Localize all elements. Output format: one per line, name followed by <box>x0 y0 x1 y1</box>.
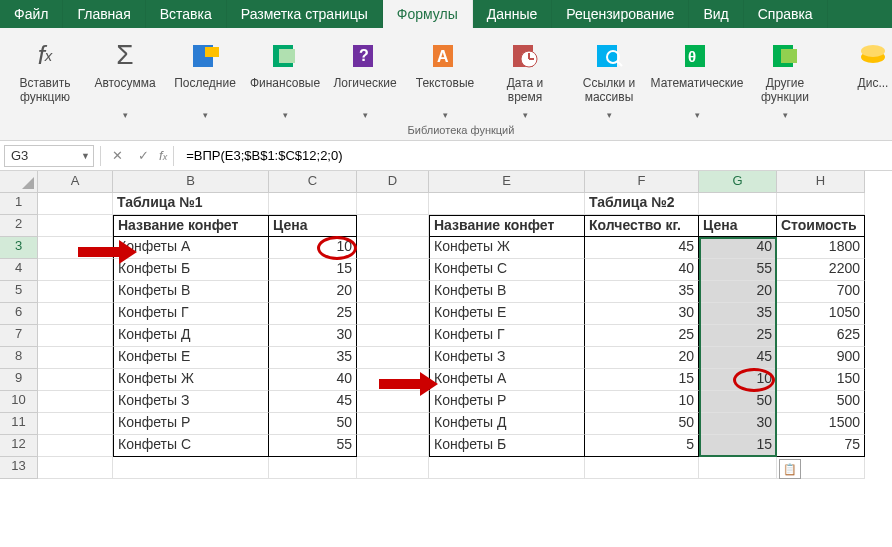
enter-formula-icon[interactable]: ✓ <box>133 148 153 163</box>
cell-E9[interactable]: Конфеты А <box>429 369 585 391</box>
paste-options-button[interactable]: 📋 <box>779 459 801 479</box>
cell-E1[interactable] <box>429 193 585 215</box>
cell-H1[interactable] <box>777 193 865 215</box>
cell-B8[interactable]: Конфеты Е <box>113 347 269 369</box>
cell-C12[interactable]: 55 <box>269 435 357 457</box>
cell-C9[interactable]: 40 <box>269 369 357 391</box>
cell-H10[interactable]: 500 <box>777 391 865 413</box>
select-all-corner[interactable] <box>0 171 38 193</box>
cell-G10[interactable]: 50 <box>699 391 777 413</box>
cell-B3[interactable]: Конфеты А <box>113 237 269 259</box>
tab-home[interactable]: Главная <box>63 0 145 28</box>
cell-A13[interactable] <box>38 457 113 479</box>
ribbon-insert-function-button[interactable]: fxВставитьфункцию <box>6 32 84 122</box>
cell-F10[interactable]: 10 <box>585 391 699 413</box>
cell-C8[interactable]: 35 <box>269 347 357 369</box>
cell-A1[interactable] <box>38 193 113 215</box>
name-box[interactable]: G3 ▼ <box>4 145 94 167</box>
cell-G11[interactable]: 30 <box>699 413 777 435</box>
cell-B13[interactable] <box>113 457 269 479</box>
cell-F7[interactable]: 25 <box>585 325 699 347</box>
cell-A3[interactable] <box>38 237 113 259</box>
column-header-A[interactable]: A <box>38 171 113 193</box>
cell-H4[interactable]: 2200 <box>777 259 865 281</box>
cell-F8[interactable]: 20 <box>585 347 699 369</box>
cell-E8[interactable]: Конфеты З <box>429 347 585 369</box>
cell-D4[interactable] <box>357 259 429 281</box>
cell-H12[interactable]: 75 <box>777 435 865 457</box>
cell-B2[interactable]: Название конфет <box>113 215 269 237</box>
column-header-B[interactable]: B <box>113 171 269 193</box>
cell-A5[interactable] <box>38 281 113 303</box>
cell-D1[interactable] <box>357 193 429 215</box>
ribbon-financial-button[interactable]: Финансовые▾ <box>246 32 324 122</box>
cell-A7[interactable] <box>38 325 113 347</box>
cell-C2[interactable]: Цена <box>269 215 357 237</box>
ribbon-lookup-button[interactable]: Ссылки имассивы▾ <box>566 32 652 122</box>
cell-G9[interactable]: 10 <box>699 369 777 391</box>
cell-G7[interactable]: 25 <box>699 325 777 347</box>
cell-D3[interactable] <box>357 237 429 259</box>
cell-G8[interactable]: 45 <box>699 347 777 369</box>
cell-A4[interactable] <box>38 259 113 281</box>
row-header-1[interactable]: 1 <box>0 193 38 215</box>
cell-G12[interactable]: 15 <box>699 435 777 457</box>
tab-insert[interactable]: Вставка <box>146 0 227 28</box>
cancel-formula-icon[interactable]: ✕ <box>107 148 127 163</box>
cell-C13[interactable] <box>269 457 357 479</box>
ribbon-date-time-button[interactable]: Дата ивремя▾ <box>486 32 564 122</box>
tab-file[interactable]: Файл <box>0 0 63 28</box>
row-header-9[interactable]: 9 <box>0 369 38 391</box>
cell-C7[interactable]: 30 <box>269 325 357 347</box>
cell-G3[interactable]: 40 <box>699 237 777 259</box>
cell-H7[interactable]: 625 <box>777 325 865 347</box>
cell-E7[interactable]: Конфеты Г <box>429 325 585 347</box>
cell-F2[interactable]: Колчество кг. <box>585 215 699 237</box>
cell-C11[interactable]: 50 <box>269 413 357 435</box>
cell-G6[interactable]: 35 <box>699 303 777 325</box>
column-header-H[interactable]: H <box>777 171 865 193</box>
cell-A10[interactable] <box>38 391 113 413</box>
cell-B4[interactable]: Конфеты Б <box>113 259 269 281</box>
cell-H3[interactable]: 1800 <box>777 237 865 259</box>
cell-C10[interactable]: 45 <box>269 391 357 413</box>
cell-C5[interactable]: 20 <box>269 281 357 303</box>
cell-C3[interactable]: 10 <box>269 237 357 259</box>
ribbon-recent-button[interactable]: Последние▾ <box>166 32 244 122</box>
tab-data[interactable]: Данные <box>473 0 553 28</box>
cell-B6[interactable]: Конфеты Г <box>113 303 269 325</box>
row-header-10[interactable]: 10 <box>0 391 38 413</box>
row-header-7[interactable]: 7 <box>0 325 38 347</box>
cell-C4[interactable]: 15 <box>269 259 357 281</box>
cell-G4[interactable]: 55 <box>699 259 777 281</box>
column-header-E[interactable]: E <box>429 171 585 193</box>
cell-H2[interactable]: Стоимость <box>777 215 865 237</box>
tab-review[interactable]: Рецензирование <box>552 0 689 28</box>
cell-A2[interactable] <box>38 215 113 237</box>
cell-A11[interactable] <box>38 413 113 435</box>
row-header-13[interactable]: 13 <box>0 457 38 479</box>
ribbon-logical-button[interactable]: ?Логические▾ <box>326 32 404 122</box>
cell-D11[interactable] <box>357 413 429 435</box>
cell-F3[interactable]: 45 <box>585 237 699 259</box>
cell-E6[interactable]: Конфеты Е <box>429 303 585 325</box>
cell-B9[interactable]: Конфеты Ж <box>113 369 269 391</box>
tab-view[interactable]: Вид <box>689 0 743 28</box>
cell-C1[interactable] <box>269 193 357 215</box>
cell-B1[interactable]: Таблица №1 <box>113 193 269 215</box>
cell-C6[interactable]: 25 <box>269 303 357 325</box>
cell-D12[interactable] <box>357 435 429 457</box>
row-header-12[interactable]: 12 <box>0 435 38 457</box>
cell-H6[interactable]: 1050 <box>777 303 865 325</box>
cell-A9[interactable] <box>38 369 113 391</box>
cell-F9[interactable]: 15 <box>585 369 699 391</box>
cell-H11[interactable]: 1500 <box>777 413 865 435</box>
row-header-2[interactable]: 2 <box>0 215 38 237</box>
cell-F12[interactable]: 5 <box>585 435 699 457</box>
cell-F4[interactable]: 40 <box>585 259 699 281</box>
cell-B11[interactable]: Конфеты Р <box>113 413 269 435</box>
cell-E3[interactable]: Конфеты Ж <box>429 237 585 259</box>
cell-H9[interactable]: 150 <box>777 369 865 391</box>
cell-G1[interactable] <box>699 193 777 215</box>
row-header-4[interactable]: 4 <box>0 259 38 281</box>
